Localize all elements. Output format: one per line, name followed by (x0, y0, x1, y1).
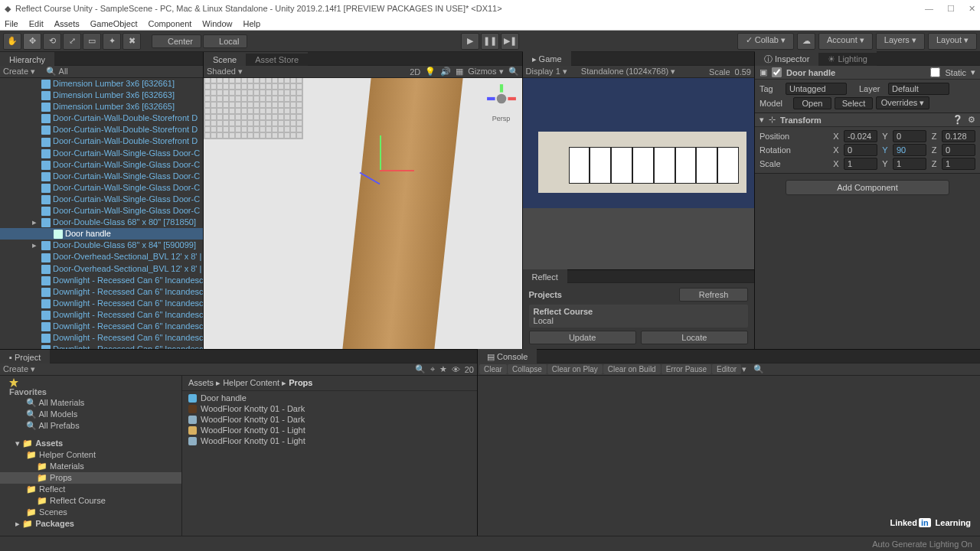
gear-icon[interactable]: ⚙ (968, 115, 975, 125)
game-viewport[interactable] (523, 78, 754, 269)
project-folder[interactable]: 📁 Scenes (0, 507, 181, 518)
foldout-icon[interactable]: ▾ (760, 115, 764, 125)
console-collapse-button[interactable]: Collapse (508, 364, 547, 374)
favorite-item[interactable]: 🔍 All Prefabs (0, 420, 181, 432)
pivot-center-toggle[interactable]: Center (152, 34, 201, 48)
static-toggle[interactable] (930, 67, 940, 77)
rotate-tool-icon[interactable]: ⟲ (43, 33, 61, 50)
help-icon[interactable]: ❔ (952, 115, 963, 125)
layer-dropdown[interactable]: Default (888, 83, 949, 95)
project-folder[interactable]: 📁 Props (0, 472, 181, 484)
project-file[interactable]: WoodFloor Knotty 01 - Dark (182, 403, 477, 414)
hierarchy-item[interactable]: Door-Curtain-Wall-Single-Glass Door-C (0, 159, 203, 171)
tab-inspector[interactable]: ⓘ Inspector (755, 51, 818, 67)
account-dropdown[interactable]: Account ▾ (818, 33, 873, 50)
tab-reflect[interactable]: Reflect (523, 269, 567, 283)
hierarchy-item[interactable]: Downlight - Recessed Can 6" Incandesc (0, 309, 203, 321)
display-dropdown[interactable]: Display 1 ▾ (526, 67, 567, 77)
menu-gameobject[interactable]: GameObject (90, 19, 138, 28)
open-button[interactable]: Open (793, 97, 831, 109)
hierarchy-item[interactable]: Downlight - Recessed Can 6" Incandesc (0, 298, 203, 309)
project-folder[interactable]: 📁 Materials (0, 461, 181, 472)
star-icon[interactable]: ★ (439, 364, 447, 374)
pause-icon[interactable]: ❚❚ (481, 33, 499, 50)
tag-dropdown[interactable]: Untagged (786, 83, 847, 95)
project-file[interactable]: WoodFloor Knotty 01 - Dark (182, 414, 477, 425)
scale-tool-icon[interactable]: ⤢ (63, 33, 81, 50)
menu-assets[interactable]: Assets (54, 19, 80, 28)
hierarchy-item[interactable]: Dimension Lumber 3x6 [632661] (0, 78, 203, 90)
hierarchy-item[interactable]: Door-Curtain-Wall-Single-Glass Door-C (0, 148, 203, 159)
play-icon[interactable]: ▶ (461, 33, 479, 50)
favorites-header[interactable]: Favorites (0, 377, 181, 397)
project-folder[interactable]: 📁 Helper Content (0, 449, 181, 461)
custom-tool-icon[interactable]: ✖ (122, 33, 141, 50)
rot-y-field[interactable]: 90 (893, 144, 926, 156)
assets-header[interactable]: ▾ 📁 Assets (0, 438, 181, 449)
menu-window[interactable]: Window (202, 19, 232, 28)
hierarchy-item[interactable]: Door-Curtain-Wall-Double-Storefront D (0, 135, 203, 147)
gizmos-dropdown[interactable]: Gizmos ▾ (468, 67, 503, 77)
project-search-icon[interactable]: 🔍 (415, 364, 426, 374)
fx-toggle-icon[interactable]: ▦ (456, 67, 463, 77)
transform-tool-icon[interactable]: ✦ (103, 33, 121, 50)
scene-viewport[interactable]: Persp (204, 78, 522, 349)
menu-edit[interactable]: Edit (29, 19, 44, 28)
filter-icon[interactable]: ⌖ (430, 364, 435, 374)
hierarchy-create-dropdown[interactable]: Create ▾ (3, 67, 35, 77)
hierarchy-item[interactable]: Door-Overhead-Sectional_BVL 12' x 8' | (0, 251, 203, 262)
layout-dropdown[interactable]: Layout ▾ (928, 33, 977, 50)
orientation-gizmo[interactable]: Persp (485, 83, 518, 115)
search-icon[interactable]: 🔍 All (46, 67, 68, 77)
hierarchy-item[interactable]: Door-Curtain-Wall-Single-Glass Door-C (0, 205, 203, 217)
minimize-icon[interactable]: — (925, 4, 933, 14)
project-file[interactable]: Door handle (182, 393, 477, 403)
close-icon[interactable]: ✕ (969, 4, 975, 14)
breadcrumb[interactable]: Assets ▸ Helper Content ▸ Props (182, 376, 477, 391)
cloud-icon[interactable]: ☁ (797, 33, 815, 50)
update-button[interactable]: Update (529, 331, 636, 344)
persp-label[interactable]: Persp (485, 115, 518, 122)
pos-z-field[interactable]: 0.128 (942, 130, 975, 142)
packages-header[interactable]: ▸ 📁 Packages (0, 518, 181, 530)
favorite-item[interactable]: 🔍 All Materials (0, 397, 181, 409)
aspect-dropdown[interactable]: Standalone (1024x768) ▾ (581, 67, 675, 77)
hierarchy-item[interactable]: Downlight - Recessed Can 6" Incandesc (0, 321, 203, 332)
locate-button[interactable]: Locate (641, 331, 748, 344)
maximize-icon[interactable]: ☐ (947, 4, 955, 14)
tab-project[interactable]: ▪ Project (0, 350, 50, 364)
add-component-button[interactable]: Add Component (786, 180, 949, 195)
gameobject-active-toggle[interactable] (772, 67, 782, 77)
menu-help[interactable]: Help (243, 19, 260, 28)
light-toggle-icon[interactable]: 💡 (425, 67, 436, 77)
shading-mode-dropdown[interactable]: Shaded ▾ (207, 67, 243, 77)
hidden-icon[interactable]: 👁 (452, 365, 460, 374)
tab-hierarchy[interactable]: Hierarchy (0, 52, 54, 66)
hierarchy-item[interactable]: Door-Curtain-Wall-Single-Glass Door-C (0, 171, 203, 182)
pos-x-field[interactable]: -0.024 (844, 130, 877, 142)
scl-x-field[interactable]: 1 (844, 158, 877, 170)
hierarchy-item[interactable]: Door-Curtain-Wall-Single-Glass Door-C (0, 182, 203, 194)
scl-z-field[interactable]: 1 (942, 158, 975, 170)
hierarchy-item[interactable]: Door-Curtain-Wall-Double-Storefront D (0, 112, 203, 124)
menu-component[interactable]: Component (148, 19, 191, 28)
step-icon[interactable]: ▶❚ (501, 33, 519, 50)
console-editor-button[interactable]: Editor (712, 364, 741, 374)
console-error-pause-button[interactable]: Error Pause (662, 364, 711, 374)
console-clear-on-play-button[interactable]: Clear on Play (547, 364, 603, 374)
hierarchy-item[interactable]: Door-Curtain-Wall-Double-Storefront D (0, 124, 203, 135)
hierarchy-item[interactable]: ▸Door-Double-Glass 68" x 84" [590099] (0, 240, 203, 251)
project-folder[interactable]: 📁 Reflect (0, 484, 181, 495)
hierarchy-item[interactable]: ▸Door-Double-Glass 68" x 80" [781850] (0, 217, 203, 228)
select-button[interactable]: Select (835, 97, 873, 109)
hierarchy-item[interactable]: Downlight - Recessed Can 6" Incandesc (0, 275, 203, 286)
hand-tool-icon[interactable]: ✋ (3, 33, 21, 50)
collab-dropdown[interactable]: ✓ Collab ▾ (737, 33, 794, 50)
move-tool-icon[interactable]: ✥ (23, 33, 41, 50)
hierarchy-item[interactable]: Door-Overhead-Sectional_BVL 12' x 8' | (0, 263, 203, 275)
menu-file[interactable]: File (5, 19, 18, 28)
overrides-dropdown[interactable]: Overrides ▾ (876, 96, 929, 109)
console-clear-on-build-button[interactable]: Clear on Build (603, 364, 661, 374)
gameobject-name[interactable]: Door handle (786, 68, 926, 77)
project-create-dropdown[interactable]: Create ▾ (3, 364, 35, 374)
